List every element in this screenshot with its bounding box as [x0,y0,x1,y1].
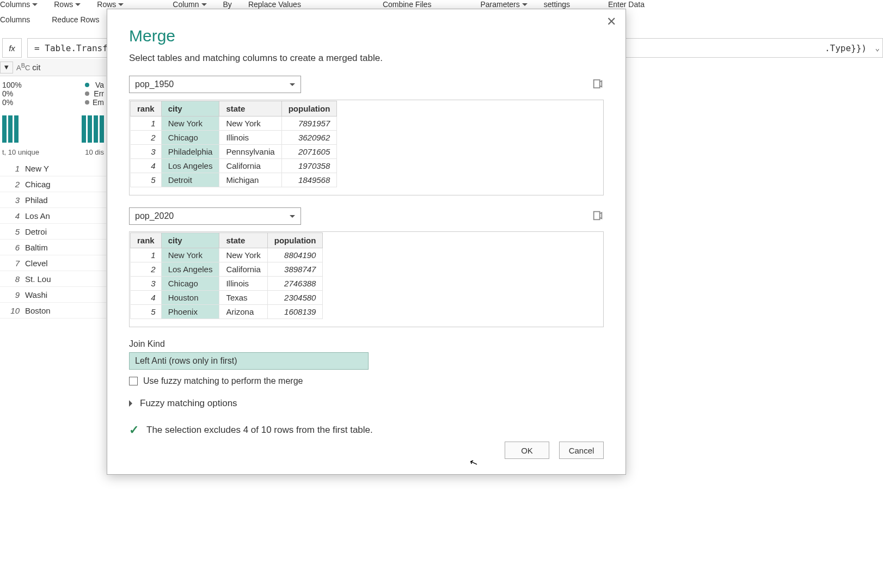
cell-state: Arizona [219,305,267,319]
fx-button[interactable]: fx [2,38,22,58]
column-header-state[interactable]: state [219,233,267,248]
cell-rank: 5 [131,173,162,187]
table-row[interactable]: 9Washi [0,287,106,303]
chevron-down-icon[interactable]: ⌄ [875,44,880,52]
column-header-population[interactable]: population [267,233,323,248]
table-row[interactable]: 1New Y [0,161,106,176]
column-header-city[interactable]: city [161,233,219,248]
error-label: Err [94,89,104,98]
ribbon-replace[interactable]: Replace Values [248,0,301,9]
row-value: Philad [25,195,106,205]
row-value: Clevel [25,259,106,268]
empty-label: Em [93,98,104,107]
ribbon-rows2[interactable]: Rows [97,0,124,9]
ok-button[interactable]: OK [505,442,549,459]
column-quality: 100% 0% 0% Va Err Em t, 10 unique 10 dis [0,76,106,161]
table-row[interactable]: 7Clevel [0,255,106,271]
column-header-state[interactable]: state [219,101,281,117]
table-row[interactable]: 2ChicagoIllinois3620962 [131,131,337,145]
cell-state: New York [219,117,281,131]
table-row[interactable]: 4HoustonTexas2304580 [131,291,323,305]
chevron-down-icon [290,215,295,220]
table-row[interactable]: 3PhiladelphiaPennsylvania2071605 [131,145,337,159]
ribbon-enterdata[interactable]: Enter Data [608,0,645,9]
background-grid: ▾ ABC cit 100% 0% 0% Va Err Em t, [0,59,106,318]
fuzzy-checkbox-row[interactable]: Use fuzzy matching to perform the merge [129,376,604,386]
cell-population: 7891957 [281,117,337,131]
refresh-icon[interactable] [592,210,604,222]
row-number: 2 [0,180,25,189]
close-button[interactable]: ✕ [605,16,618,29]
cell-state: California [219,159,281,173]
table-row[interactable]: 5Detroi [0,224,106,240]
fuzzy-options-expander[interactable]: Fuzzy matching options [129,398,604,409]
table-row[interactable]: 4Los AngelesCalifornia1970358 [131,159,337,173]
dialog-title: Merge [129,27,604,45]
error-pct: 0% [2,89,13,98]
chevron-down-icon [290,83,295,89]
row-number: 4 [0,211,25,220]
bg-rows: 1New Y2Chicag3Philad4Los An5Detroi6Balti… [0,161,106,318]
valid-label: Va [95,81,104,89]
row-number: 8 [0,274,25,284]
bg-column-header[interactable]: ▾ ABC cit [0,59,106,76]
column-dropdown-icon[interactable]: ▾ [0,62,13,74]
table-row[interactable]: 3ChicagoIllinois2746388 [131,277,323,291]
join-kind-value: Left Anti (rows only in first) [135,356,237,366]
cancel-button[interactable]: Cancel [559,442,604,459]
row-number: 10 [0,306,25,315]
join-kind-label: Join Kind [129,339,604,349]
ribbon-settings[interactable]: settings [544,0,570,9]
cell-state: Pennsylvania [219,145,281,159]
status-row: ✓ The selection excludes 4 of 10 rows fr… [129,423,604,437]
column-header-population[interactable]: population [281,101,337,117]
table2-select[interactable]: pop_2020 [129,207,301,225]
row-value: Washi [25,290,106,299]
subribbon-reduce: Reduce Rows [52,15,99,24]
ribbon-combine[interactable]: Combine Files [383,0,431,9]
table-row[interactable]: 5PhoenixArizona1608139 [131,305,323,319]
table1-select[interactable]: pop_1950 [129,76,301,93]
ribbon-by[interactable]: By [223,0,232,9]
column-header-rank[interactable]: rank [131,101,162,117]
table1-name: pop_1950 [135,79,174,89]
row-value: New Y [25,164,106,173]
ribbon-columns[interactable]: Columns [0,0,38,9]
table-row[interactable]: 4Los An [0,208,106,224]
table2-preview: rankcitystatepopulation1New YorkNew York… [129,231,604,327]
row-value: Los An [25,211,106,220]
ribbon-column[interactable]: Column [173,0,206,9]
table-row[interactable]: 5DetroitMichigan1849568 [131,173,337,187]
cell-rank: 4 [131,159,162,173]
cell-state: Texas [219,291,267,305]
table-row[interactable]: 6Baltim [0,240,106,255]
refresh-icon[interactable] [592,78,604,90]
ribbon-parameters[interactable]: Parameters [480,0,527,9]
cell-city: New York [161,117,219,131]
cell-rank: 3 [131,145,162,159]
row-number: 5 [0,227,25,236]
table-row[interactable]: 10Boston [0,303,106,318]
empty-pct: 0% [2,98,13,107]
table1-preview: rankcitystatepopulation1New YorkNew York… [129,100,604,195]
cell-rank: 1 [131,248,162,262]
text-type-icon: ABC [16,62,30,72]
table-row[interactable]: 1New YorkNew York7891957 [131,117,337,131]
row-number: 6 [0,243,25,252]
table-row[interactable]: 2Los AngelesCalifornia3898747 [131,262,323,277]
check-icon: ✓ [129,423,139,437]
table-row[interactable]: 2Chicag [0,176,106,192]
column-header-city[interactable]: city [161,101,219,117]
fuzzy-checkbox[interactable] [129,377,138,385]
row-number: 7 [0,259,25,268]
column-header-rank[interactable]: rank [131,233,162,248]
cell-rank: 1 [131,117,162,131]
table-row[interactable]: 8St. Lou [0,271,106,287]
table-row[interactable]: 1New YorkNew York8804190 [131,248,323,262]
cell-population: 2746388 [267,277,323,291]
join-kind-select[interactable]: Left Anti (rows only in first) [129,352,369,370]
cell-state: Illinois [219,277,267,291]
table-row[interactable]: 3Philad [0,192,106,208]
cell-population: 1608139 [267,305,323,319]
ribbon-rows[interactable]: Rows [54,0,81,9]
